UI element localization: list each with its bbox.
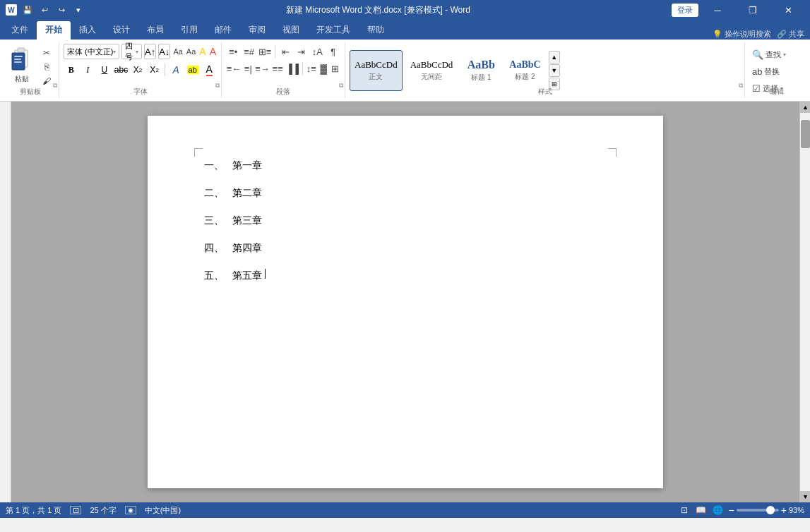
redo-quick-btn[interactable]: ↪ <box>55 4 68 16</box>
list-item-num: 一、 <box>204 158 232 173</box>
bullets-button[interactable]: ≡• <box>226 44 240 59</box>
font-format-row: B I U abc X2 X2 A ab A <box>64 62 217 78</box>
font-launcher[interactable]: ⧉ <box>215 82 220 90</box>
share-button[interactable]: 🔗 共享 <box>777 29 804 40</box>
font-color-btn[interactable]: A <box>209 44 217 59</box>
align-left-button[interactable]: ≡← <box>226 61 242 76</box>
text-highlight-btn2[interactable]: ab <box>185 62 201 78</box>
tab-design[interactable]: 设计 <box>105 21 138 40</box>
text-effect-btn[interactable]: A <box>168 62 184 78</box>
format-painter-button[interactable]: 🖌 <box>39 75 54 87</box>
print-layout-view-btn[interactable]: ⊡ <box>678 504 691 516</box>
font-size-increase-btn[interactable]: A↑ <box>144 44 156 59</box>
superscript-button[interactable]: X2 <box>147 62 162 78</box>
style-nospace-label: 无间距 <box>421 72 442 82</box>
text-highlight-btn[interactable]: A <box>198 44 206 59</box>
show-formatting-button[interactable]: ¶ <box>326 44 340 59</box>
styles-scroll-down[interactable]: ▼ <box>549 64 560 77</box>
zoom-level[interactable]: 93% <box>789 506 804 514</box>
list-item[interactable]: 一、 第一章 <box>204 158 607 173</box>
zoom-plus-btn[interactable]: + <box>781 504 787 516</box>
zoom-minus-btn[interactable]: − <box>729 504 734 516</box>
font-name-select[interactable]: 宋体 (中文正) ▾ <box>64 44 119 59</box>
tab-help[interactable]: 帮助 <box>359 21 393 40</box>
word-count[interactable]: 25 个字 <box>90 505 116 516</box>
replace-icon: ab <box>752 66 762 77</box>
vertical-scrollbar[interactable]: ▲ ▼ <box>799 102 810 502</box>
list-item[interactable]: 四、 第四章 <box>204 241 607 255</box>
sort-button[interactable]: ↕A <box>310 44 324 59</box>
styles-launcher[interactable]: ⧉ <box>739 82 743 90</box>
styles-scroll-up[interactable]: ▲ <box>549 51 560 64</box>
tab-mailings[interactable]: 邮件 <box>206 21 240 40</box>
zoom-track[interactable] <box>737 509 779 512</box>
language[interactable]: 中文(中国) <box>145 505 181 516</box>
clear-format-btn[interactable]: Aa <box>172 44 183 59</box>
column-button[interactable]: ▐▐ <box>285 61 299 76</box>
decrease-indent-button[interactable]: ⇤ <box>278 44 292 59</box>
save-quick-btn[interactable]: 💾 <box>21 4 34 16</box>
style-no-spacing[interactable]: AaBbCcDd 无间距 <box>405 50 458 91</box>
increase-indent-button[interactable]: ⇥ <box>294 44 309 59</box>
style-heading1[interactable]: AaBb 标题 1 <box>460 50 501 91</box>
justify-button[interactable]: ≡≡ <box>272 61 284 76</box>
strikethrough-button[interactable]: abc <box>114 62 129 78</box>
minimize-button[interactable]: ─ <box>701 0 734 20</box>
bold-button[interactable]: B <box>64 62 79 78</box>
undo-quick-btn[interactable]: ↩ <box>38 4 51 16</box>
scroll-down-btn[interactable]: ▼ <box>800 491 810 502</box>
font-group: 宋体 (中文正) ▾ 四号 ▾ A↑ A↓ Aa Aa A A B I U <box>59 42 222 98</box>
paste-button[interactable]: 粘贴 <box>6 44 37 87</box>
web-layout-btn[interactable]: 🌐 <box>712 504 725 516</box>
styles-scroll: ▲ ▼ ⊞ <box>549 51 560 90</box>
style-normal[interactable]: AaBbCcDd 正文 <box>350 50 403 91</box>
read-mode-btn[interactable]: 📖 <box>695 504 708 516</box>
line-spacing-button[interactable]: ↕≡ <box>306 61 317 76</box>
document-page[interactable]: 一、 第一章 二、 第二章 三、 第三章 四、 第四章 五、 第五章 <box>148 116 663 488</box>
multilevel-list-button[interactable]: ⊞≡ <box>258 44 273 59</box>
tab-developer[interactable]: 开发工具 <box>308 21 359 40</box>
underline-button[interactable]: U <box>97 62 112 78</box>
search-commands-btn[interactable]: 💡 操作说明搜索 <box>713 29 771 40</box>
close-button[interactable]: ✕ <box>772 0 804 20</box>
ribbon-right: 💡 操作说明搜索 🔗 共享 <box>713 29 810 40</box>
align-center-button[interactable]: ≡| <box>243 61 254 76</box>
tab-layout[interactable]: 布局 <box>138 21 172 40</box>
borders-button[interactable]: ⊞ <box>330 61 340 76</box>
para-launcher[interactable]: ⧉ <box>339 82 343 90</box>
replace-label: 替换 <box>764 66 780 77</box>
style-heading2[interactable]: AaBbC 标题 2 <box>504 50 545 91</box>
list-item[interactable]: 五、 第五章 <box>204 268 607 283</box>
font-color-btn2[interactable]: A <box>201 62 217 78</box>
font-size-select[interactable]: 四号 ▾ <box>121 44 142 59</box>
tab-references[interactable]: 引用 <box>172 21 206 40</box>
customize-quick-btn[interactable]: ▾ <box>72 4 85 16</box>
text-cursor <box>265 269 266 279</box>
tab-view[interactable]: 视图 <box>274 21 308 40</box>
zoom-thumb[interactable] <box>766 506 775 514</box>
align-right-button[interactable]: ≡→ <box>255 61 270 76</box>
login-button[interactable]: 登录 <box>672 4 698 17</box>
font-size-decrease-btn[interactable]: A↓ <box>158 44 170 59</box>
numbering-button[interactable]: ≡# <box>242 44 256 59</box>
scroll-thumb[interactable] <box>801 120 810 148</box>
italic-button[interactable]: I <box>81 62 96 78</box>
replace-button[interactable]: ab 替换 <box>749 64 804 79</box>
change-case-btn[interactable]: Aa <box>186 44 196 59</box>
list-item[interactable]: 二、 第二章 <box>204 186 607 200</box>
cut-button[interactable]: ✂ <box>39 47 54 59</box>
copy-button[interactable]: ⎘ <box>39 61 54 73</box>
maximize-button[interactable]: ❐ <box>737 0 769 20</box>
document-area[interactable]: 一、 第一章 二、 第二章 三、 第三章 四、 第四章 五、 第五章 <box>11 102 799 502</box>
tab-home[interactable]: 开始 <box>37 21 71 40</box>
clipboard-launcher[interactable]: ⧉ <box>53 82 57 90</box>
subscript-button[interactable]: X2 <box>130 62 145 78</box>
page-info[interactable]: 第 1 页，共 1 页 <box>6 505 61 516</box>
find-button[interactable]: 🔍 查找 ▾ <box>749 47 804 62</box>
scroll-track[interactable] <box>800 113 810 491</box>
shading-button[interactable]: ▓ <box>318 61 329 76</box>
list-item[interactable]: 三、 第三章 <box>204 213 607 228</box>
tab-insert[interactable]: 插入 <box>71 21 105 40</box>
tab-file[interactable]: 文件 <box>3 21 37 40</box>
tab-review[interactable]: 审阅 <box>240 21 274 40</box>
